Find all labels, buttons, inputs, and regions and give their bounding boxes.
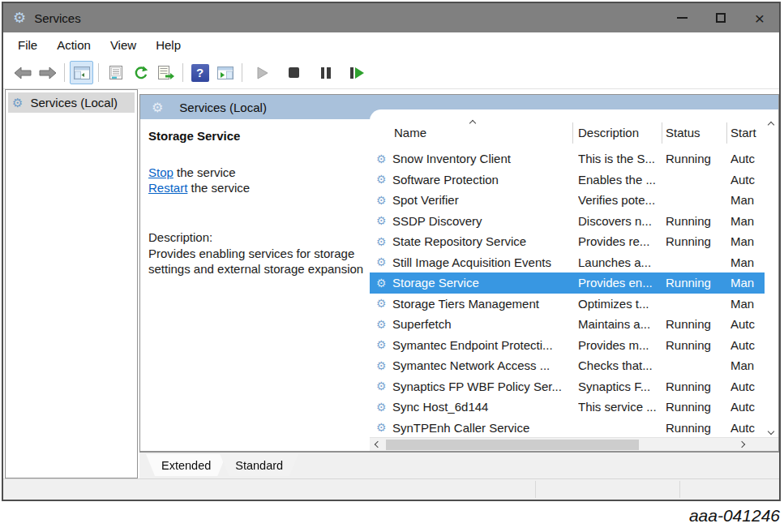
back-button[interactable] <box>11 61 34 84</box>
cell-startup: Autc <box>730 338 765 352</box>
table-row[interactable]: ⚙SynTPEnh Caller Service Running Autc <box>370 418 765 439</box>
column-header-startup-type[interactable]: Start <box>730 126 756 139</box>
tree-item-services-local[interactable]: ⚙ Services (Local) <box>8 92 135 113</box>
table-row[interactable]: ⚙Symantec Endpoint Protecti... Provides … <box>370 335 765 356</box>
help-button[interactable]: ? <box>188 61 212 84</box>
horizontal-scrollbar-thumb[interactable] <box>386 440 639 450</box>
refresh-icon <box>133 66 148 80</box>
cell-description: Checks that... <box>578 358 666 372</box>
cell-name: Synaptics FP WBF Policy Ser... <box>392 380 562 393</box>
services-pane: ⚙ Services (Local) Storage Service Stop … <box>139 94 779 452</box>
start-service-button[interactable] <box>251 61 274 84</box>
cell-name: SynTPEnh Caller Service <box>392 421 529 435</box>
cell-name: SSDP Discovery <box>392 214 482 228</box>
scroll-up-icon[interactable] <box>768 122 774 128</box>
scroll-down-icon[interactable] <box>768 428 774 435</box>
figure-caption: aaa-041246 <box>689 506 780 526</box>
column-separator[interactable] <box>726 122 727 144</box>
menu-view[interactable]: View <box>101 38 146 52</box>
minimize-button[interactable] <box>662 3 701 32</box>
cell-name: State Repository Service <box>392 234 526 248</box>
restart-service-button[interactable] <box>345 61 369 84</box>
column-separator[interactable] <box>662 122 662 144</box>
table-row[interactable]: ⚙Synaptics FP WBF Policy Ser... Synaptic… <box>370 376 765 397</box>
stop-service-link[interactable]: Stop <box>148 165 174 179</box>
statusbar-separator <box>535 481 536 498</box>
service-gear-icon: ⚙ <box>376 214 392 227</box>
column-header-status[interactable]: Status <box>666 126 700 139</box>
column-separator[interactable] <box>572 122 573 144</box>
description-label: Description: <box>148 230 374 246</box>
restart-service-link[interactable]: Restart <box>148 181 187 195</box>
properties-button[interactable] <box>104 61 127 84</box>
list-header: Name Description Status Start <box>370 116 765 148</box>
service-gear-icon: ⚙ <box>376 421 392 434</box>
title-bar: ⚙ Services × <box>3 3 779 32</box>
tab-extended[interactable]: Extended <box>146 454 226 476</box>
menu-file[interactable]: File <box>8 38 47 52</box>
menu-action[interactable]: Action <box>47 38 101 52</box>
cell-description: Optimizes t... <box>578 297 666 311</box>
service-gear-icon: ⚙ <box>376 235 392 248</box>
services-window: ⚙ Services × File Action View Help <box>2 2 781 501</box>
maximize-button[interactable] <box>701 3 740 32</box>
services-node-icon: ⚙ <box>12 96 23 110</box>
table-row[interactable]: ⚙Storage Tiers Management Optimizes t...… <box>370 294 765 315</box>
service-gear-icon: ⚙ <box>376 359 392 372</box>
cell-description: Launches a... <box>578 255 666 269</box>
table-row[interactable]: ⚙State Repository Service Provides re...… <box>370 231 765 252</box>
column-header-description[interactable]: Description <box>578 126 639 139</box>
cell-name: Software Protection <box>392 173 499 187</box>
service-gear-icon: ⚙ <box>376 297 392 310</box>
table-row[interactable]: ⚙Snow Inventory Client This is the S... … <box>370 148 765 169</box>
cell-description: Synaptics F... <box>578 380 666 393</box>
start-service-icon <box>257 66 268 79</box>
horizontal-scrollbar[interactable] <box>370 437 778 451</box>
scroll-left-icon[interactable] <box>375 441 381 448</box>
cell-name: Sync Host_6d144 <box>392 400 488 414</box>
export-list-button[interactable] <box>154 61 178 84</box>
table-row[interactable]: ⚙SSDP Discovery Discovers n... Running M… <box>370 211 765 232</box>
description-text: Provides enabling services for storage s… <box>148 246 374 277</box>
service-gear-icon: ⚙ <box>376 152 392 165</box>
cell-startup: Man <box>730 255 765 269</box>
cell-name: Symantec Endpoint Protecti... <box>392 338 553 352</box>
tab-standard[interactable]: Standard <box>220 454 298 476</box>
column-header-name[interactable]: Name <box>394 126 426 139</box>
table-row[interactable]: ⚙Spot Verifier Verifies pote... Man <box>370 190 765 211</box>
console-tree-panel: ⚙ Services (Local) <box>5 89 138 478</box>
scroll-right-icon[interactable] <box>739 441 745 448</box>
show-console-tree-button[interactable] <box>70 61 93 84</box>
pause-service-icon <box>321 67 331 79</box>
toolbar-separator <box>98 63 99 82</box>
show-action-pane-button[interactable] <box>213 61 237 84</box>
minimize-icon <box>677 17 688 19</box>
service-gear-icon: ⚙ <box>376 277 392 290</box>
menu-help[interactable]: Help <box>146 38 191 52</box>
selected-service-name: Storage Service <box>148 129 375 143</box>
cell-description: Discovers n... <box>578 214 666 228</box>
cell-startup: Autc <box>730 173 765 187</box>
table-row[interactable]: ⚙Superfetch Maintains a... Running Autc <box>370 314 765 335</box>
table-row[interactable]: ⚙Still Image Acquisition Events Launches… <box>370 252 765 273</box>
cell-status: Running <box>666 421 730 435</box>
stop-service-line: Stop the service <box>148 165 375 180</box>
close-button[interactable]: × <box>740 3 779 32</box>
vertical-scrollbar[interactable] <box>765 116 778 439</box>
services-list-view: Name Description Status Start ⚙Snow Inve… <box>370 109 778 451</box>
maximize-icon <box>716 13 726 23</box>
refresh-button[interactable] <box>129 61 152 84</box>
forward-button[interactable] <box>36 61 59 84</box>
pause-service-button[interactable] <box>314 61 337 84</box>
service-gear-icon: ⚙ <box>376 380 392 393</box>
statusbar-separator <box>679 481 680 498</box>
table-row[interactable]: ⚙Sync Host_6d144 This service ... Runnin… <box>370 397 765 418</box>
stop-service-icon <box>289 67 299 78</box>
restart-service-icon <box>350 67 365 79</box>
table-row[interactable]: ⚙Symantec Network Access ... Checks that… <box>370 355 765 376</box>
table-row[interactable]: ⚙Software Protection Enables the ... Aut… <box>370 169 765 191</box>
menu-bar: File Action View Help <box>3 32 779 57</box>
stop-service-button[interactable] <box>282 61 306 84</box>
table-row-selected[interactable]: ⚙Storage Service Provides en... Running … <box>370 272 765 294</box>
cell-description: This service ... <box>578 400 666 414</box>
